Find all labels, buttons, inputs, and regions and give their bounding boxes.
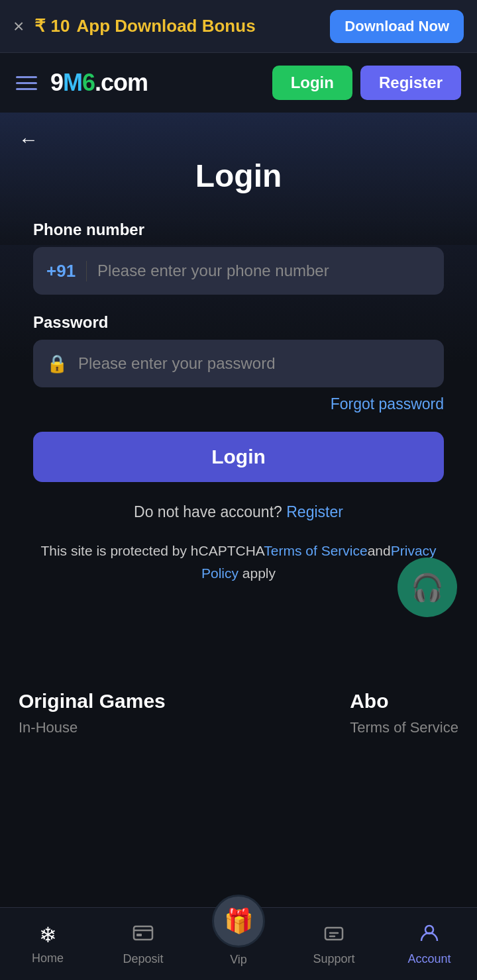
main-area: ← Login Phone number +91 Password 🔒 Forg… — [0, 113, 477, 736]
logo-6: 6 — [82, 69, 95, 96]
svg-rect-1 — [136, 934, 142, 936]
register-nav-button[interactable]: Register — [360, 66, 461, 100]
login-container: Login Phone number +91 Password 🔒 Forgot… — [0, 151, 477, 611]
account-icon — [419, 922, 440, 948]
nav-header: 9M6.com Login Register — [0, 53, 477, 113]
logo-9: 9 — [50, 69, 63, 96]
about-heading: Abo — [350, 690, 458, 712]
no-account-label: Do not have account? — [134, 503, 282, 520]
password-input-wrapper: 🔒 — [33, 340, 444, 387]
close-banner-button[interactable]: × — [13, 16, 24, 37]
nav-home[interactable]: ❄ Home — [0, 908, 95, 980]
home-label: Home — [32, 952, 64, 965]
support-label: Support — [313, 952, 354, 966]
about-section: Abo Terms of Service — [350, 690, 458, 736]
nav-account[interactable]: Account — [382, 908, 477, 980]
headset-icon: 🎧 — [411, 572, 444, 603]
bottom-nav: ❄ Home Deposit 🎁 Vip Support — [0, 907, 477, 980]
register-link[interactable]: Register — [286, 503, 343, 520]
lock-icon: 🔒 — [46, 354, 68, 374]
original-games-heading: Original Games — [19, 690, 166, 712]
vip-gift-icon: 🎁 — [224, 907, 254, 935]
hamburger-menu[interactable] — [16, 76, 37, 90]
captcha-text: This site is protected by hCAPTCHA — [40, 543, 264, 558]
phone-input[interactable] — [97, 262, 431, 280]
logo-m: M — [63, 69, 82, 96]
nav-vip[interactable]: 🎁 Vip — [191, 895, 286, 967]
phone-input-wrapper: +91 — [33, 247, 444, 295]
back-arrow-icon: ← — [19, 128, 38, 150]
in-house-label: In-House — [19, 719, 166, 736]
nav-left: 9M6.com — [16, 69, 148, 97]
login-title: Login — [33, 158, 444, 194]
original-games-section: Original Games In-House — [19, 690, 166, 736]
vip-label: Vip — [230, 953, 247, 967]
country-code: +91 — [46, 261, 87, 281]
banner-amount: ₹ 10 — [34, 16, 70, 36]
password-label: Password — [33, 313, 444, 332]
vip-circle: 🎁 — [212, 895, 265, 948]
apply-text: apply — [238, 565, 276, 581]
login-nav-button[interactable]: Login — [272, 66, 352, 100]
support-icon — [323, 922, 344, 948]
download-now-button[interactable]: Download Now — [330, 10, 464, 43]
nav-buttons: Login Register — [272, 66, 461, 100]
and-text: and — [368, 543, 391, 558]
no-account-text: Do not have account? Register — [33, 503, 444, 521]
banner-text: ₹ 10 App Download Bonus — [34, 16, 330, 36]
nav-deposit[interactable]: Deposit — [95, 908, 191, 980]
forgot-password-wrapper: Forgot password — [33, 395, 444, 413]
terms-label: Terms of Service — [350, 719, 458, 736]
svg-rect-0 — [134, 926, 152, 940]
home-icon: ❄ — [39, 922, 57, 948]
account-label: Account — [407, 952, 450, 966]
password-input[interactable] — [78, 354, 431, 373]
deposit-icon — [132, 922, 154, 948]
captcha-notice: This site is protected by hCAPTCHATerms … — [33, 540, 444, 584]
forgot-password-link[interactable]: Forgot password — [331, 395, 444, 413]
logo-domain: .com — [95, 69, 148, 96]
footer-section: Original Games In-House Abo Terms of Ser… — [0, 663, 477, 736]
back-button[interactable]: ← — [0, 113, 57, 151]
login-submit-button[interactable]: Login — [33, 432, 444, 482]
site-logo: 9M6.com — [50, 69, 148, 97]
top-banner: × ₹ 10 App Download Bonus Download Now — [0, 0, 477, 53]
phone-label: Phone number — [33, 220, 444, 239]
terms-link[interactable]: Terms of Service — [264, 543, 367, 558]
nav-support[interactable]: Support — [286, 908, 382, 980]
banner-description: App Download Bonus — [77, 16, 256, 36]
support-float-button[interactable]: 🎧 — [398, 558, 457, 617]
deposit-label: Deposit — [123, 952, 163, 966]
